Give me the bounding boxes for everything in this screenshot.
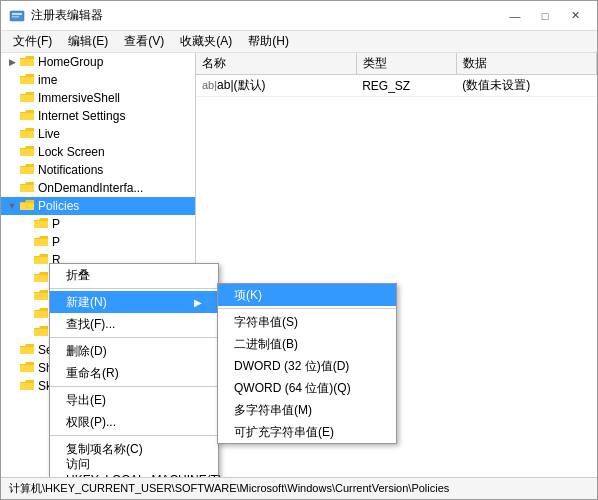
submenu-arrow: ▶ [194,297,202,308]
app-icon [9,8,25,24]
ctx-item-find[interactable]: 查找(F)... [50,313,218,335]
maximize-button[interactable]: □ [531,5,559,27]
status-bar: 计算机\HKEY_CURRENT_USER\SOFTWARE\Microsoft… [1,477,597,499]
folder-icon [33,289,49,303]
tree-label: HomeGroup [38,55,103,69]
sub-item-string[interactable]: 字符串值(S) [218,311,396,333]
sub-item-qword[interactable]: QWORD (64 位值)(Q) [218,377,396,399]
tree-arrow [19,289,33,303]
tree-item-internet-settings[interactable]: Internet Settings [1,107,195,125]
tree-arrow [19,235,33,249]
tree-arrow [5,163,19,177]
tree-arrow [19,253,33,267]
tree-label: OnDemandInterfa... [38,181,143,195]
ctx-item-access-hklm[interactable]: 访问 HKEY_LOCAL_MACHINE(T) [50,460,218,477]
tree-arrow [5,91,19,105]
ctx-item-new[interactable]: 新建(N) ▶ [50,291,218,313]
menu-file[interactable]: 文件(F) [5,32,60,52]
tree-item-homegroup[interactable]: ▶ HomeGroup [1,53,195,71]
col-header-name[interactable]: 名称 [196,53,356,75]
cell-name: ab|ab|(默认) [196,75,356,97]
status-text: 计算机\HKEY_CURRENT_USER\SOFTWARE\Microsoft… [9,481,449,496]
menu-favorites[interactable]: 收藏夹(A) [172,32,240,52]
folder-icon [19,379,35,393]
tree-arrow [19,217,33,231]
ctx-item-rename[interactable]: 重命名(R) [50,362,218,384]
tree-item-notifications[interactable]: Notifications [1,161,195,179]
submenu: 项(K) 字符串值(S) 二进制值(B) DWORD (32 位)值(D) QW… [217,283,397,444]
tree-item-p1[interactable]: P [1,215,195,233]
ctx-item-export[interactable]: 导出(E) [50,389,218,411]
folder-icon [19,109,35,123]
tree-item-immersiveshell[interactable]: ImmersiveShell [1,89,195,107]
tree-arrow [5,73,19,87]
tree-label: Notifications [38,163,103,177]
folder-icon [19,361,35,375]
tree-arrow [5,343,19,357]
folder-icon [33,271,49,285]
folder-icon [33,307,49,321]
tree-item-policies[interactable]: ▼ Policies [1,197,195,215]
sub-item-dword[interactable]: DWORD (32 位)值(D) [218,355,396,377]
tree-label: ImmersiveShell [38,91,120,105]
tree-arrow [5,379,19,393]
folder-icon [33,325,49,339]
svg-rect-1 [12,13,22,15]
menu-view[interactable]: 查看(V) [116,32,172,52]
tree-item-ime[interactable]: ime [1,71,195,89]
sub-item-key[interactable]: 项(K) [218,284,396,306]
ctx-separator-3 [50,386,218,387]
col-header-data[interactable]: 数据 [456,53,596,75]
ctx-separator-1 [50,288,218,289]
title-text: 注册表编辑器 [31,7,103,24]
sub-item-expandstring[interactable]: 可扩充字符串值(E) [218,421,396,443]
tree-label: P [52,217,60,231]
folder-icon [19,163,35,177]
title-bar: 注册表编辑器 — □ ✕ [1,1,597,31]
ctx-item-collapse[interactable]: 折叠 [50,264,218,286]
tree-arrow [5,127,19,141]
ctx-item-permissions[interactable]: 权限(P)... [50,411,218,433]
folder-icon [19,91,35,105]
menu-help[interactable]: 帮助(H) [240,32,297,52]
table-row[interactable]: ab|ab|(默认) REG_SZ (数值未设置) [196,75,597,97]
tree-arrow [19,271,33,285]
ctx-separator-2 [50,337,218,338]
tree-item-live[interactable]: Live [1,125,195,143]
folder-icon [19,73,35,87]
folder-icon [19,55,35,69]
tree-arrow [5,361,19,375]
tree-arrow [19,325,33,339]
main-window: 注册表编辑器 — □ ✕ 文件(F) 编辑(E) 查看(V) 收藏夹(A) 帮助… [0,0,598,500]
folder-icon [19,343,35,357]
cell-type: REG_SZ [356,75,456,97]
tree-label: Live [38,127,60,141]
sub-item-multistring[interactable]: 多字符串值(M) [218,399,396,421]
tree-item-ondemand[interactable]: OnDemandInterfa... [1,179,195,197]
menu-edit[interactable]: 编辑(E) [60,32,116,52]
svg-rect-2 [12,16,19,18]
sub-separator-1 [218,308,396,309]
tree-item-lock-screen[interactable]: Lock Screen [1,143,195,161]
tree-label: P [52,235,60,249]
col-header-type[interactable]: 类型 [356,53,456,75]
menu-bar: 文件(F) 编辑(E) 查看(V) 收藏夹(A) 帮助(H) [1,31,597,53]
tree-label: Policies [38,199,79,213]
close-button[interactable]: ✕ [561,5,589,27]
main-content: ▶ HomeGroup ime Immersive [1,53,597,477]
folder-icon-open [19,199,35,213]
folder-icon [19,181,35,195]
title-bar-left: 注册表编辑器 [9,7,103,24]
tree-label: ime [38,73,57,87]
folder-icon [33,235,49,249]
sub-item-binary[interactable]: 二进制值(B) [218,333,396,355]
cell-data: (数值未设置) [456,75,596,97]
tree-arrow: ▼ [5,199,19,213]
tree-item-p2[interactable]: P [1,233,195,251]
ctx-item-delete[interactable]: 删除(D) [50,340,218,362]
folder-icon [19,127,35,141]
minimize-button[interactable]: — [501,5,529,27]
tree-label: Lock Screen [38,145,105,159]
tree-label: Internet Settings [38,109,125,123]
tree-arrow [5,145,19,159]
